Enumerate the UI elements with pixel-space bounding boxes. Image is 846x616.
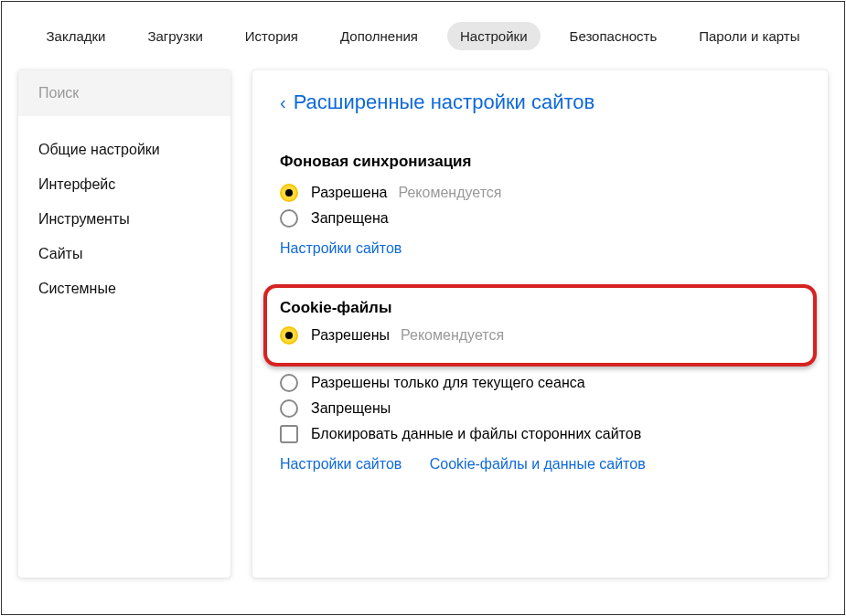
nav-passwords[interactable]: Пароли и карты (686, 22, 812, 50)
option-label: Запрещены (311, 400, 391, 417)
nav-addons[interactable]: Дополнения (327, 22, 431, 50)
top-navigation: Закладки Загрузки История Дополнения Нас… (2, 2, 844, 70)
cookies-site-settings-link[interactable]: Настройки сайтов (280, 456, 402, 472)
radio-icon (280, 326, 298, 345)
sidebar-item-system[interactable]: Системные (38, 271, 210, 306)
cookies-option-session[interactable]: Разрешены только для текущего сеанса (280, 374, 800, 392)
cookies-option-denied[interactable]: Запрещены (280, 399, 800, 418)
cookies-highlight: Cookie-файлы Разрешены Рекомендуется (263, 284, 817, 366)
cookies-block-thirdparty[interactable]: Блокировать данные и файлы сторонних сай… (280, 425, 800, 443)
radio-icon (280, 399, 298, 418)
option-label: Разрешены (311, 327, 390, 344)
option-label: Блокировать данные и файлы сторонних сай… (311, 426, 641, 442)
option-label: Разрешены только для текущего сеанса (311, 375, 585, 391)
option-label: Запрещена (311, 210, 389, 227)
nav-bookmarks[interactable]: Закладки (34, 22, 119, 50)
sidebar-item-tools[interactable]: Инструменты (38, 202, 210, 237)
sync-site-settings-link[interactable]: Настройки сайтов (280, 240, 402, 256)
nav-settings[interactable]: Настройки (447, 22, 541, 50)
sync-option-denied[interactable]: Запрещена (280, 209, 800, 228)
radio-icon (280, 209, 298, 228)
settings-sidebar: Поиск Общие настройки Интерфейс Инструме… (18, 70, 230, 578)
option-hint: Рекомендуется (401, 327, 504, 344)
nav-downloads[interactable]: Загрузки (134, 22, 215, 50)
radio-icon (280, 374, 298, 392)
back-chevron-icon[interactable]: ‹ (280, 92, 286, 113)
page-title[interactable]: Расширенные настройки сайтов (294, 90, 595, 114)
sidebar-item-general[interactable]: Общие настройки (38, 133, 210, 167)
sidebar-item-interface[interactable]: Интерфейс (38, 167, 210, 202)
radio-icon (280, 184, 298, 202)
sync-option-allowed[interactable]: Разрешена Рекомендуется (280, 184, 800, 202)
nav-history[interactable]: История (232, 22, 311, 50)
cookies-option-allowed[interactable]: Разрешены Рекомендуется (280, 326, 800, 345)
search-input[interactable]: Поиск (18, 70, 230, 116)
main-content: ‹ Расширенные настройки сайтов Фоновая с… (252, 70, 828, 578)
option-label: Разрешена (311, 185, 387, 201)
cookies-section-title: Cookie-файлы (280, 299, 800, 317)
option-hint: Рекомендуется (398, 185, 501, 201)
checkbox-icon (280, 425, 298, 443)
sidebar-item-sites[interactable]: Сайты (38, 237, 210, 271)
cookies-data-link[interactable]: Cookie-файлы и данные сайтов (430, 456, 646, 472)
sync-section-title: Фоновая синхронизация (280, 153, 800, 171)
nav-security[interactable]: Безопасность (557, 22, 670, 50)
